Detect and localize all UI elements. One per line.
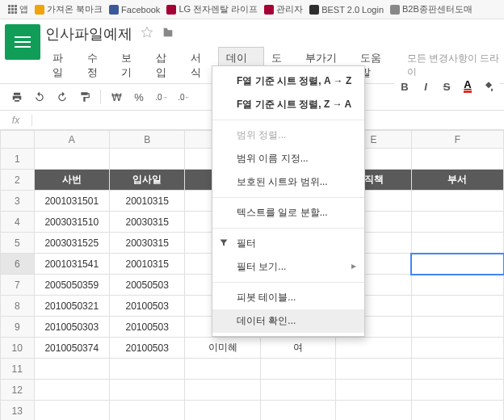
cell[interactable]	[34, 149, 109, 170]
cell[interactable]	[260, 359, 335, 380]
cell[interactable]: 20050503	[109, 275, 184, 296]
menu-item-2[interactable]: 보기	[114, 48, 149, 83]
sort-za-item[interactable]: F열 기준 시트 정렬, Z → A	[212, 93, 364, 116]
cell[interactable]	[109, 380, 184, 401]
row-header[interactable]: 10	[1, 338, 35, 359]
print-icon[interactable]	[8, 88, 26, 106]
pivot-table-item[interactable]: 피봇 테이블...	[212, 286, 364, 309]
cell[interactable]	[34, 380, 109, 401]
cell[interactable]	[411, 212, 503, 233]
row-header[interactable]: 1	[1, 149, 35, 170]
row-header[interactable]: 13	[1, 401, 35, 421]
paint-icon[interactable]	[76, 88, 94, 106]
menu-item-0[interactable]: 파일	[45, 48, 80, 83]
cell[interactable]: 20010315	[109, 254, 184, 275]
range-name-item[interactable]: 범위 이름 지정...	[212, 147, 364, 170]
row-header[interactable]: 8	[1, 296, 35, 317]
cell[interactable]: 입사일	[109, 170, 184, 191]
cell[interactable]	[411, 317, 503, 338]
cell[interactable]	[411, 233, 503, 254]
cell[interactable]: 20030315	[109, 212, 184, 233]
cell[interactable]	[109, 359, 184, 380]
cell[interactable]: 2003031525	[34, 233, 109, 254]
cell[interactable]	[411, 254, 503, 275]
cell[interactable]	[336, 380, 411, 401]
row-header[interactable]: 2	[1, 170, 35, 191]
cell[interactable]: 20030315	[109, 233, 184, 254]
row-header[interactable]: 4	[1, 212, 35, 233]
cell[interactable]	[336, 359, 411, 380]
cell[interactable]	[34, 401, 109, 421]
row-header[interactable]: 6	[1, 254, 35, 275]
row-header[interactable]: 11	[1, 359, 35, 380]
cell[interactable]	[411, 149, 503, 170]
sort-az-item[interactable]: F열 기준 시트 정렬, A → Z	[212, 69, 364, 93]
column-header[interactable]: B	[109, 131, 184, 149]
split-text-item[interactable]: 텍스트를 일로 분할...	[212, 201, 364, 225]
sheets-logo[interactable]	[5, 24, 40, 60]
cell[interactable]: 2010050374	[34, 338, 109, 359]
filter-view-item[interactable]: 필터 보기...▸	[212, 255, 364, 279]
strike-button[interactable]: S	[438, 78, 456, 95]
cell[interactable]	[185, 401, 260, 421]
bookmark-item[interactable]: BEST 2.0 Login	[309, 5, 384, 15]
bookmark-item[interactable]: Facebook	[109, 5, 160, 15]
row-header[interactable]: 5	[1, 233, 35, 254]
apps-button[interactable]: 앱	[8, 3, 28, 15]
cell[interactable]: 20010315	[109, 191, 184, 212]
cell[interactable]: 20100503	[109, 317, 184, 338]
cell[interactable]	[260, 401, 335, 421]
cell[interactable]: 2001031541	[34, 254, 109, 275]
column-header[interactable]: F	[411, 131, 503, 149]
undo-icon[interactable]	[31, 88, 48, 106]
bookmark-item[interactable]: B2B종판센터도매	[390, 3, 472, 15]
cell[interactable]: 20100503	[109, 296, 184, 317]
cell[interactable]	[109, 149, 184, 170]
menu-item-3[interactable]: 삽입	[149, 48, 183, 83]
cell[interactable]: 2010050321	[34, 296, 109, 317]
bookmark-item[interactable]: 가져온 북마크	[35, 3, 103, 15]
cell[interactable]: 2005050359	[34, 275, 109, 296]
cell[interactable]: 여	[260, 338, 335, 359]
cell[interactable]	[185, 380, 260, 401]
cell[interactable]	[109, 401, 184, 421]
bookmark-item[interactable]: LG 전자렌탈 라이프	[166, 3, 258, 15]
cell[interactable]	[411, 380, 503, 401]
cell[interactable]	[411, 401, 503, 421]
currency-button[interactable]: ₩	[107, 88, 125, 106]
cell[interactable]	[34, 359, 109, 380]
cell[interactable]: 2003031510	[34, 212, 109, 233]
row-header[interactable]: 7	[1, 275, 35, 296]
cell[interactable]: 사번	[34, 170, 109, 191]
redo-icon[interactable]	[53, 88, 71, 106]
cell[interactable]: 부서	[411, 170, 503, 191]
cell[interactable]	[411, 296, 503, 317]
cell[interactable]	[185, 359, 260, 380]
cell[interactable]: 20100503	[109, 338, 184, 359]
folder-icon[interactable]	[162, 26, 174, 42]
document-title[interactable]: 인사파일예제	[45, 24, 132, 44]
italic-button[interactable]: I	[417, 78, 435, 95]
cell[interactable]	[411, 191, 503, 212]
cell[interactable]	[260, 380, 335, 401]
text-color-button[interactable]: A	[459, 78, 477, 95]
data-validation-item[interactable]: 데이터 확인...	[212, 309, 364, 333]
row-header[interactable]: 9	[1, 317, 35, 338]
increase-decimal-button[interactable]: .0←	[175, 88, 193, 106]
fill-color-icon[interactable]	[480, 78, 498, 95]
bookmark-item[interactable]: 관리자	[264, 3, 303, 15]
cell[interactable]	[411, 275, 503, 296]
percent-button[interactable]: %	[130, 88, 148, 106]
star-icon[interactable]	[141, 26, 153, 42]
protected-range-item[interactable]: 보호된 시트와 범위...	[212, 170, 364, 194]
column-header[interactable]: A	[34, 131, 109, 149]
bold-button[interactable]: B	[396, 78, 414, 95]
cell[interactable]	[336, 338, 411, 359]
decrease-decimal-button[interactable]: .0→	[153, 88, 170, 106]
filter-item[interactable]: 필터	[212, 232, 364, 255]
menu-item-1[interactable]: 수정	[80, 48, 115, 83]
cell[interactable]	[411, 359, 503, 380]
cell[interactable]: 이미혜	[185, 338, 260, 359]
cell[interactable]	[411, 338, 503, 359]
row-header[interactable]: 12	[1, 380, 35, 401]
